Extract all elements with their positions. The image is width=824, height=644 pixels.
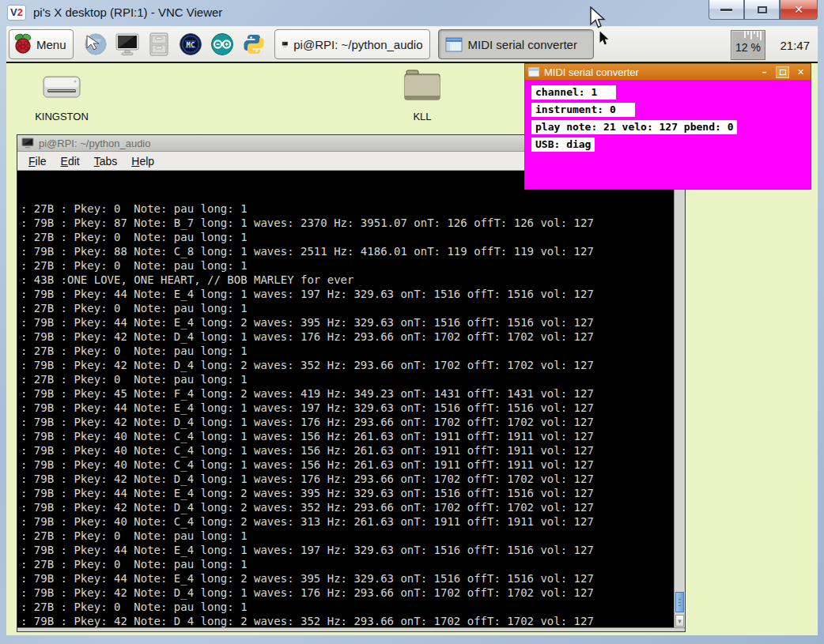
taskbar-item-terminal[interactable]: pi@RPI: ~/python_audio: [274, 29, 430, 59]
terminal-window: pi@RPI: ~/python_audio File Edit Tabs He…: [17, 134, 686, 632]
terminal-line: : 79B : Pkey: 42 Note: D_4 long: 2 waves…: [21, 500, 674, 514]
terminal-titlebar-icon: [21, 137, 34, 149]
taskbar-item-midi-label: MIDI serial converter: [468, 38, 577, 51]
terminal-line: : 79B : Pkey: 42 Note: D_4 long: 2 waves…: [21, 358, 674, 372]
terminal-line: : 43B :ONE LOVE, ONE HEART, // BOB MARLE…: [21, 273, 674, 287]
web-browser-icon[interactable]: [83, 32, 108, 57]
terminal-icon[interactable]: [115, 32, 140, 57]
taskbar-item-terminal-label: pi@RPI: ~/python_audio: [293, 38, 422, 51]
terminal-line: : 27B : Pkey: 0 Note: pau long: 1: [21, 258, 674, 273]
folder-icon: [401, 67, 444, 104]
taskbar: Menu: [6, 27, 818, 63]
terminal-output[interactable]: : 27B : Pkey: 0 Note: pau long: 1: 79B :…: [17, 171, 674, 627]
mouse-cursor-white: [589, 6, 607, 30]
midi-maximize-icon: [780, 70, 786, 75]
remote-desktop: Menu: [6, 26, 818, 635]
terminal-line: : 27B : Pkey: 0 Note: pau long: 1: [21, 557, 674, 571]
midi-instrument-value: instrument: 0: [531, 103, 635, 117]
vnc-titlebar[interactable]: V2 pi's X desktop (RPI:1) - VNC Viewer ✕: [0, 0, 824, 26]
desktop-icon-kll-label: KLL: [384, 111, 460, 122]
terminal-line: : 79B : Pkey: 42 Note: D_4 long: 1 waves…: [21, 330, 674, 344]
window-controls: ✕: [709, 0, 818, 20]
drive-icon: [39, 69, 85, 104]
terminal-line: : 79B : Pkey: 87 Note: B_7 long: 1 waves…: [21, 216, 674, 230]
raspberry-icon: [13, 32, 33, 56]
file-manager-icon[interactable]: [146, 32, 172, 57]
python-icon[interactable]: [241, 32, 266, 57]
midi-converter-window: MIDI serial converter – ✕ channel: 1 ins…: [524, 63, 811, 190]
terminal-line: : 27B : Pkey: 0 Note: pau long: 1: [21, 529, 674, 543]
cpu-usage-graph: [744, 31, 762, 40]
terminal-line: : 79B : Pkey: 44 Note: E_4 long: 1 waves…: [21, 543, 674, 557]
terminal-line: : 79B : Pkey: 44 Note: E_4 long: 2 waves…: [21, 571, 674, 586]
terminal-line: : 27B : Pkey: 0 Note: pau long: 1: [21, 372, 674, 386]
menu-button[interactable]: Menu: [9, 29, 74, 59]
terminal-line: : 27B : Pkey: 0 Note: pau long: 1: [21, 230, 674, 244]
desktop-icon-kll[interactable]: KLL: [384, 67, 460, 122]
terminal-scrollbar[interactable]: ▾: [674, 171, 685, 627]
midi-close-button[interactable]: ✕: [794, 66, 807, 78]
terminal-line: : 79B : Pkey: 88 Note: C_8 long: 1 waves…: [21, 244, 674, 258]
maximize-icon: [758, 6, 767, 13]
menu-edit[interactable]: Edit: [54, 153, 87, 169]
terminal-line: : 79B : Pkey: 40 Note: C_4 long: 1 waves…: [21, 458, 674, 472]
midi-window-icon: [445, 37, 463, 52]
midi-titlebar-icon: [528, 67, 539, 77]
svg-text:MC: MC: [186, 41, 195, 49]
terminal-line: : 79B : Pkey: 44 Note: E_4 long: 1 waves…: [21, 401, 674, 415]
menu-button-label: Menu: [36, 38, 66, 51]
midi-playnote-value: play note: 21 velo: 127 pbend: 0: [531, 120, 737, 134]
minimize-button[interactable]: [709, 0, 744, 20]
terminal-line: : 79B : Pkey: 42 Note: D_4 long: 1 waves…: [21, 586, 674, 600]
cpu-monitor[interactable]: 12 %: [731, 30, 765, 60]
scrollbar-thumb[interactable]: [675, 592, 684, 612]
vnc-viewer-window: V2 pi's X desktop (RPI:1) - VNC Viewer ✕: [0, 0, 824, 644]
vnc-logo-icon: V2: [7, 5, 26, 21]
arduino-icon[interactable]: [210, 32, 235, 57]
vnc-logo-2: 2: [17, 6, 23, 18]
terminal-line: : 27B : Pkey: 0 Note: pau long: 1: [21, 600, 674, 614]
terminal-line: : 79B : Pkey: 44 Note: E_4 long: 1 waves…: [21, 287, 674, 301]
taskbar-item-midi[interactable]: MIDI serial converter: [438, 29, 594, 59]
minecraft-icon[interactable]: MC: [178, 32, 203, 57]
menu-file[interactable]: File: [21, 153, 54, 169]
desktop-icon-kingston-label: KINGSTON: [24, 111, 100, 122]
midi-titlebar[interactable]: MIDI serial converter – ✕: [525, 64, 811, 80]
cpu-percent-label: 12 %: [735, 41, 761, 54]
vnc-window-title: pi's X desktop (RPI:1) - VNC Viewer: [33, 6, 222, 19]
close-button[interactable]: ✕: [780, 0, 818, 20]
midi-channel-value: channel: 1: [531, 85, 616, 100]
midi-minimize-button[interactable]: –: [758, 66, 771, 78]
terminal-line: : 79B : Pkey: 42 Note: D_4 long: 1 waves…: [21, 472, 674, 486]
midi-window-title: MIDI serial converter: [544, 66, 753, 78]
terminal-line: : 79B : Pkey: 42 Note: D_4 long: 1 waves…: [21, 415, 674, 429]
scrollbar-down-button[interactable]: ▾: [675, 615, 684, 627]
midi-maximize-button[interactable]: [776, 66, 789, 78]
terminal-line: : 27B : Pkey: 0 Note: pau long: 1: [21, 301, 674, 315]
terminal-line: : 27B : Pkey: 0 Note: pau long: 1: [21, 201, 674, 216]
vnc-logo-v: V: [10, 6, 17, 18]
terminal-bottom-border: [17, 627, 685, 631]
terminal-line: : 79B : Pkey: 44 Note: E_4 long: 2 waves…: [21, 315, 674, 330]
terminal-title: pi@RPI: ~/python_audio: [39, 137, 150, 149]
close-icon: ✕: [794, 3, 803, 16]
terminal-window-icon: [282, 37, 289, 51]
terminal-line: : 79B : Pkey: 40 Note: C_4 long: 1 waves…: [21, 429, 674, 443]
midi-usb-status: USB: diag: [531, 137, 595, 152]
midi-window-body: channel: 1 instrument: 0 play note: 21 v…: [525, 80, 811, 189]
clock[interactable]: 21:47: [780, 27, 810, 63]
terminal-line: : 79B : Pkey: 40 Note: C_4 long: 2 waves…: [21, 514, 674, 529]
mouse-cursor-black: [599, 31, 610, 47]
terminal-line: : 27B : Pkey: 0 Note: pau long: 1: [21, 344, 674, 358]
maximize-button[interactable]: [744, 0, 780, 20]
minimize-icon: [720, 9, 732, 11]
terminal-line: : 79B : Pkey: 42 Note: D_4 long: 2 waves…: [21, 614, 674, 627]
terminal-line: : 79B : Pkey: 44 Note: E_4 long: 2 waves…: [21, 486, 674, 500]
menu-tabs[interactable]: Tabs: [87, 153, 125, 169]
terminal-line: : 79B : Pkey: 40 Note: C_4 long: 1 waves…: [21, 443, 674, 458]
taskbar-launchers: MC: [83, 32, 266, 57]
menu-help[interactable]: Help: [124, 153, 161, 169]
terminal-line: : 79B : Pkey: 45 Note: F_4 long: 2 waves…: [21, 386, 674, 401]
desktop-icon-kingston[interactable]: KINGSTON: [24, 69, 100, 122]
